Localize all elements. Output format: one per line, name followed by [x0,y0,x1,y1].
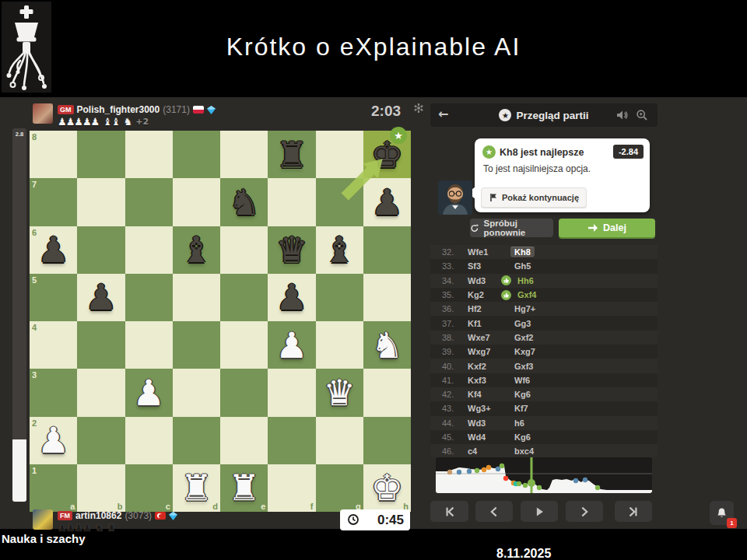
square-d3[interactable] [173,369,220,416]
white-move[interactable]: Wxg7 [468,347,514,356]
square-d6[interactable]: ♝ [173,226,220,274]
square-d8[interactable] [173,131,220,178]
black-move[interactable]: Gxf4 [514,290,658,300]
go-to-end-button[interactable] [615,501,652,522]
black-move[interactable]: bxc4 [514,446,658,456]
square-b3[interactable] [77,369,124,416]
square-g3[interactable]: ♛ [316,369,363,416]
square-c2[interactable] [125,417,173,464]
square-h6[interactable] [363,226,411,274]
square-a8[interactable]: 8 [30,131,77,178]
top-player-avatar[interactable] [33,103,53,124]
bottom-player-name[interactable]: artin10862 [75,510,121,521]
black-move[interactable]: Kg6 [514,432,658,442]
square-h2[interactable] [363,417,411,464]
square-b1[interactable]: b [77,464,124,512]
play-button[interactable] [521,501,558,522]
white-move[interactable]: Wd3 [468,418,514,428]
top-player-name[interactable]: Polish_fighter3000 [77,104,160,115]
settings-gear-icon[interactable] [412,102,425,114]
white-move[interactable]: c4 [468,446,514,456]
white-move[interactable]: Sf3 [468,261,514,271]
square-a5[interactable]: 5 [30,274,77,321]
square-g5[interactable] [316,274,363,321]
square-c6[interactable] [125,226,173,274]
square-d2[interactable] [173,417,220,464]
black-move[interactable]: Gxf2 [514,333,658,342]
square-b6[interactable] [77,226,124,274]
retry-button[interactable]: Spróbuj ponownie [470,219,553,237]
square-e1[interactable]: e♜ [220,464,268,512]
black-move[interactable]: Gxf3 [514,362,658,371]
square-f3[interactable] [268,369,315,416]
white-move[interactable]: Kf4 [468,390,514,399]
square-h5[interactable] [363,274,411,321]
black-move[interactable]: Kg6 [514,390,658,399]
square-b7[interactable] [77,178,124,226]
zoom-icon[interactable] [636,109,648,121]
notifications-button[interactable]: 1 [710,501,734,525]
black-move[interactable]: Hg7+ [514,304,658,313]
square-f7[interactable] [268,178,315,226]
back-button[interactable]: ← [438,107,448,121]
black-move[interactable]: Kh8 [514,247,658,257]
square-e5[interactable] [220,274,268,321]
bottom-player-avatar[interactable] [33,509,53,530]
square-d4[interactable] [173,321,220,369]
square-h3[interactable] [363,369,411,416]
white-move[interactable]: Wxe7 [468,333,514,342]
square-g8[interactable] [316,131,363,178]
square-h7[interactable]: ♟ [363,178,411,226]
square-f5[interactable]: ♟ [268,274,315,321]
white-move[interactable]: Kxf2 [468,362,514,371]
square-c8[interactable] [125,131,173,178]
white-move[interactable]: Wfe1 [468,247,514,257]
go-to-start-button[interactable] [430,501,468,522]
square-b5[interactable]: ♟ [77,274,124,321]
previous-move-button[interactable] [475,501,513,522]
square-d1[interactable]: d♜ [173,464,220,512]
square-a2[interactable]: 2♟ [30,417,77,464]
square-g6[interactable]: ♝ [316,226,363,274]
speaker-icon[interactable] [615,109,628,121]
square-g1[interactable]: g [316,464,363,512]
black-move[interactable]: Wf6 [514,376,658,385]
square-e4[interactable] [220,321,268,369]
square-d5[interactable] [173,274,220,321]
white-move[interactable]: Kf1 [468,319,514,328]
show-continuation-button[interactable]: Pokaż kontynuację [481,187,587,208]
square-c5[interactable] [125,274,173,321]
black-move[interactable]: Gh5 [514,261,658,271]
square-g4[interactable] [316,321,363,369]
square-e6[interactable] [220,226,268,274]
white-move[interactable]: Wg3+ [468,404,514,413]
square-a1[interactable]: 1a [30,464,77,512]
square-g2[interactable] [316,417,363,464]
square-a7[interactable]: 7 [30,178,77,226]
square-h1[interactable]: h♚ [363,464,411,512]
square-f2[interactable] [268,417,315,464]
square-e7[interactable]: ♞ [220,178,268,226]
white-move[interactable]: Kxf3 [468,376,514,385]
square-a3[interactable]: 3 [30,369,77,416]
square-e3[interactable] [220,369,268,416]
square-c4[interactable] [125,321,173,369]
square-f6[interactable]: ♛ [268,226,315,274]
square-f8[interactable]: ♜ [268,131,315,178]
black-move[interactable]: Kf7 [514,404,658,413]
next-move-button[interactable] [566,501,603,522]
square-f1[interactable]: f [268,464,315,512]
square-f4[interactable]: ♟ [268,321,315,369]
square-c3[interactable]: ♟ [125,369,173,416]
square-e8[interactable] [220,131,268,178]
square-h4[interactable]: ♞ [363,321,411,369]
evaluation-graph[interactable] [436,457,652,493]
white-move[interactable]: Wd4 [468,432,514,442]
black-move[interactable]: Hh6 [514,275,658,285]
next-button[interactable]: Dalej [559,219,655,237]
black-move[interactable]: Kxg7 [514,347,658,356]
square-b2[interactable] [77,417,124,464]
square-d7[interactable] [173,178,220,226]
square-a6[interactable]: 6♟ [30,226,77,274]
white-move[interactable]: Hf2 [468,304,514,313]
